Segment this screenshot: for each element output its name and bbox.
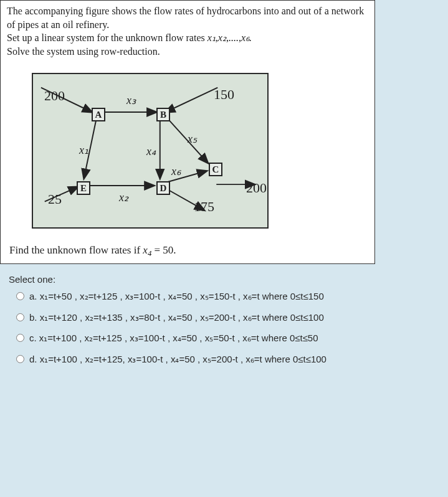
node-d: D bbox=[156, 181, 170, 195]
pipe-network-figure: A B C D E 200 150 25 200 175 x₃ x₁ x₄ x₅… bbox=[32, 73, 269, 229]
select-one-label: Select one: bbox=[9, 274, 442, 285]
answer-block: Select one: a. x₁=t+50 , x₂=t+125 , x₃=1… bbox=[0, 264, 448, 385]
problem-line2: Set up a linear system for the unknown f… bbox=[7, 31, 368, 45]
edge-x1-label: x₁ bbox=[79, 143, 88, 158]
outflow-175: 175 bbox=[194, 197, 214, 216]
option-c-radio[interactable] bbox=[16, 334, 24, 342]
edge-x6-label: x₆ bbox=[171, 164, 181, 179]
option-b-radio[interactable] bbox=[16, 313, 24, 321]
problem-line2-pre: Set up a linear system for the unknown f… bbox=[7, 32, 207, 43]
problem-statement: The accompanying figure shows the flow r… bbox=[0, 0, 375, 264]
edge-x4-label: x₄ bbox=[146, 144, 156, 159]
option-d-radio[interactable] bbox=[16, 355, 24, 363]
problem-line2-vars: x₁,x₂,....,x₆. bbox=[207, 32, 252, 43]
question-find-flow-rates: Find the unknown flow rates if x4 = 50. bbox=[9, 244, 368, 260]
edge-x5-label: x₅ bbox=[188, 131, 197, 146]
outflow-200: 200 bbox=[246, 179, 267, 197]
option-d[interactable]: d. x₁=t+100 , x₂=t+125, x₃=100-t , x₄=50… bbox=[16, 353, 442, 366]
option-d-text: d. x₁=t+100 , x₂=t+125, x₃=100-t , x₄=50… bbox=[29, 353, 326, 366]
option-a-text: a. x₁=t+50 , x₂=t+125 , x₃=100-t , x₄=50… bbox=[29, 290, 324, 303]
svg-line-1 bbox=[166, 88, 218, 112]
option-a[interactable]: a. x₁=t+50 , x₂=t+125 , x₃=100-t , x₄=50… bbox=[16, 290, 442, 303]
node-a: A bbox=[92, 108, 105, 121]
edge-x2-label: x₂ bbox=[119, 190, 128, 205]
problem-line3: Solve the system using row-reduction. bbox=[7, 45, 368, 59]
node-e: E bbox=[77, 181, 90, 195]
edge-x3-label: x₃ bbox=[126, 93, 136, 108]
inflow-150: 150 bbox=[214, 85, 234, 104]
node-b: B bbox=[156, 108, 170, 121]
option-c[interactable]: c. x₁=t+100 , x₂=t+125 , x₃=100-t , x₄=5… bbox=[16, 331, 442, 345]
inflow-25: 25 bbox=[48, 190, 62, 209]
option-a-radio[interactable] bbox=[16, 292, 24, 300]
node-c: C bbox=[209, 163, 222, 176]
option-c-text: c. x₁=t+100 , x₂=t+125 , x₃=100-t , x₄=5… bbox=[29, 331, 318, 345]
inflow-200: 200 bbox=[44, 87, 65, 105]
figure-container: A B C D E 200 150 25 200 175 x₃ x₁ x₄ x₅… bbox=[32, 73, 368, 229]
option-b-text: b. x₁=t+120 , x₂=t+135 , x₃=80-t , x₄=50… bbox=[29, 311, 324, 324]
problem-line1: The accompanying figure shows the flow r… bbox=[7, 4, 368, 31]
option-b[interactable]: b. x₁=t+120 , x₂=t+135 , x₃=80-t , x₄=50… bbox=[16, 311, 442, 324]
